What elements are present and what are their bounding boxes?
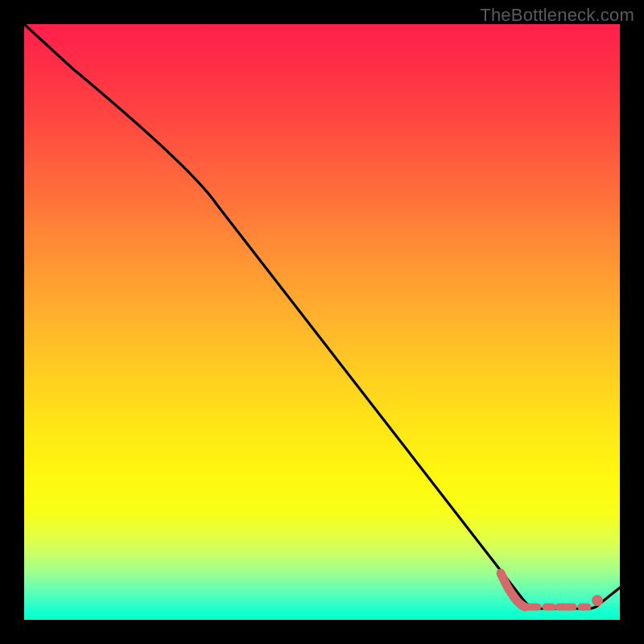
curve-main [24, 24, 620, 609]
highlight-segment-lead [501, 573, 525, 607]
plot-area [24, 24, 620, 620]
chart-stage: TheBottleneck.com [0, 0, 644, 644]
highlight-end-dot [592, 595, 603, 606]
line-layer [24, 24, 620, 620]
watermark-text: TheBottleneck.com [480, 5, 634, 26]
